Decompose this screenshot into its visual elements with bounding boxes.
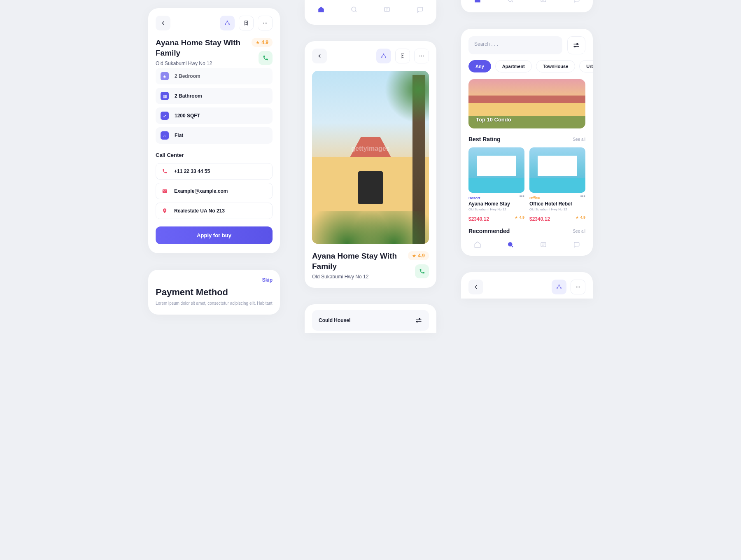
chip-apartment[interactable]: Apartment [495, 60, 532, 72]
card-location: Old Sukabumi Hwy No 12 [529, 208, 585, 211]
tabbar-upper [461, 0, 593, 12]
back-button[interactable] [312, 49, 327, 63]
card-rating: ★4.9 [576, 215, 585, 219]
slider-icon[interactable] [415, 317, 422, 324]
svg-rect-23 [541, 243, 546, 247]
bath-icon: ▦ [161, 92, 169, 100]
contact-address[interactable]: Realestate UA No 213 [156, 203, 273, 219]
call-button[interactable] [259, 51, 273, 65]
payment-desc: Lorem ipsum dolor sit amet, consectetur … [148, 298, 280, 310]
phone-icon [161, 168, 168, 175]
tab-chat[interactable] [415, 5, 424, 14]
share-button[interactable] [376, 49, 391, 63]
search-input[interactable]: Search . . . [468, 36, 562, 54]
area-icon: ⤢ [161, 112, 169, 120]
star-icon: ★ [256, 40, 260, 45]
tab-list[interactable] [382, 5, 391, 14]
svg-point-29 [579, 287, 580, 287]
could-screen: Could Housel [305, 304, 436, 333]
header-peek [461, 272, 593, 299]
svg-point-5 [266, 23, 267, 23]
more-button[interactable] [571, 280, 585, 294]
filter-button[interactable] [567, 36, 585, 54]
bookmark-button[interactable] [395, 49, 410, 63]
card-tag: Resort [468, 196, 480, 200]
spec-bathroom: ▦ 2 Bathroom [156, 88, 273, 104]
svg-point-28 [578, 287, 578, 287]
svg-point-22 [508, 242, 513, 247]
svg-point-13 [419, 56, 420, 56]
home-icon: ⌂ [161, 131, 169, 140]
card-price: $2340.12 [468, 216, 489, 222]
svg-point-27 [576, 287, 577, 287]
card-more[interactable]: ••• [580, 194, 585, 199]
call-center-heading: Call Center [156, 152, 273, 158]
svg-rect-9 [384, 7, 389, 12]
svg-point-4 [265, 23, 266, 23]
tab-chat[interactable] [572, 240, 581, 249]
pin-icon [161, 207, 168, 215]
svg-point-15 [423, 56, 424, 56]
card-tag: Office [529, 196, 540, 200]
chip-any[interactable]: Any [468, 60, 491, 72]
star-icon: ★ [412, 253, 416, 259]
card-image [468, 147, 524, 193]
chip-urban[interactable]: Urban [579, 60, 593, 72]
tab-home[interactable] [473, 0, 482, 4]
tab-list[interactable] [539, 240, 548, 249]
card-location: Old Sukabumi Hwy No 12 [468, 208, 524, 211]
see-all-link[interactable]: See all [573, 137, 585, 142]
recommended-heading: Recommended [468, 228, 510, 234]
share-button[interactable] [552, 280, 566, 294]
payment-heading: Payment Method [148, 283, 280, 298]
back-button[interactable] [156, 16, 170, 30]
card-more[interactable]: ••• [519, 194, 524, 199]
apply-button[interactable]: Apply for buy [156, 226, 273, 244]
contact-email[interactable]: Example@xample.com [156, 183, 273, 199]
listing-title: Ayana Home Stay With Family [312, 251, 404, 271]
watermark: gettyimages [351, 145, 389, 152]
svg-point-7 [164, 210, 165, 211]
tab-home[interactable] [473, 240, 482, 249]
rating-badge: ★ 4.9 [252, 38, 273, 47]
tab-list[interactable] [539, 0, 548, 4]
call-button[interactable] [415, 264, 429, 278]
svg-rect-6 [163, 189, 167, 193]
more-button[interactable] [258, 16, 273, 30]
chip-townhouse[interactable]: TownHouse [536, 60, 576, 72]
card-image [529, 147, 585, 193]
payment-screen: Skip Payment Method Lorem ipsum dolor si… [148, 270, 280, 315]
card-name: Ayana Home Stay [468, 201, 524, 207]
tab-home[interactable] [317, 5, 326, 14]
listing-card[interactable]: Office••• Office Hotel Rebel Old Sukabum… [529, 147, 585, 222]
layers-icon: ◈ [161, 72, 169, 80]
spec-sqft: ⤢ 1200 SQFT [156, 107, 273, 124]
bookmark-button[interactable] [239, 16, 254, 30]
contact-phone[interactable]: +11 22 33 44 55 [156, 163, 273, 180]
rating-badge: ★ 4.9 [408, 251, 429, 260]
listing-title: Ayana Home Stay With Family [156, 38, 247, 58]
svg-point-3 [263, 23, 264, 23]
card-rating: ★4.9 [515, 215, 524, 219]
share-button[interactable] [220, 16, 235, 30]
hero-image: gettyimages [312, 71, 429, 244]
see-all-link[interactable]: See all [573, 229, 585, 233]
svg-point-8 [352, 7, 356, 12]
more-button[interactable] [414, 49, 429, 63]
banner-top10[interactable]: Top 10 Condo [468, 79, 585, 128]
tab-search[interactable] [506, 240, 515, 249]
detail-screen: Ayana Home Stay With Family Old Sukabumi… [148, 8, 280, 253]
skip-link[interactable]: Skip [148, 270, 280, 283]
listing-card[interactable]: Resort••• Ayana Home Stay Old Sukabumi H… [468, 147, 524, 222]
discover-screen: Search . . . Any Apartment TownHouse Urb… [461, 29, 593, 256]
tab-search[interactable] [506, 0, 515, 4]
card-price: $2340.12 [529, 216, 550, 222]
best-rating-heading: Best Rating [468, 136, 501, 142]
card-name: Office Hotel Rebel [529, 201, 585, 207]
back-button[interactable] [468, 280, 483, 294]
tabbar-top [305, 0, 436, 25]
tab-search[interactable] [350, 5, 359, 14]
tab-chat[interactable] [572, 0, 581, 4]
spec-bedroom: ◈ 2 Bedroom [156, 68, 273, 84]
listing-address: Old Sukabumi Hwy No 12 [312, 274, 404, 280]
